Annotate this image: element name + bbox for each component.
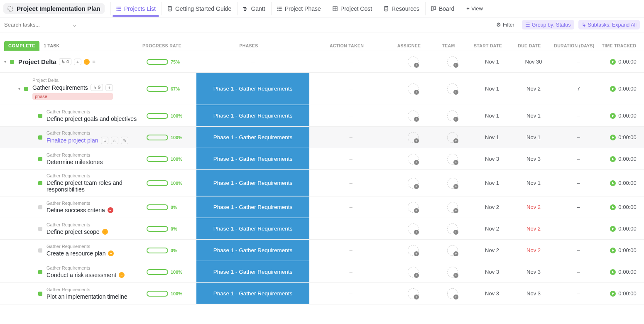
priority-icon[interactable]: – <box>84 59 90 65</box>
team-placeholder-icon[interactable] <box>447 132 458 143</box>
action-cell[interactable]: – <box>309 170 392 196</box>
assignee-cell[interactable] <box>392 218 434 239</box>
assignee-cell[interactable] <box>392 170 434 196</box>
phase-cell[interactable]: – <box>196 51 309 72</box>
time-cell[interactable]: 0:00:00 <box>602 127 644 148</box>
team-cell[interactable] <box>434 240 471 261</box>
team-cell[interactable] <box>434 196 471 218</box>
action-cell[interactable]: – <box>309 218 392 239</box>
due-date-cell[interactable]: Nov 2 <box>513 240 554 261</box>
assignee-cell[interactable] <box>392 283 434 304</box>
assignee-placeholder-icon[interactable] <box>408 83 419 94</box>
task-row[interactable]: Gather RequirementsDefine success criter… <box>0 196 644 218</box>
assignee-placeholder-icon[interactable] <box>408 178 419 189</box>
due-date-cell[interactable]: Nov 3 <box>513 148 554 169</box>
progress-cell[interactable]: 100% <box>147 283 196 304</box>
task-row[interactable]: Gather RequirementsPlot an implementatio… <box>0 283 644 304</box>
filter-button[interactable]: ⚙ Filter <box>493 20 518 29</box>
action-cell[interactable]: – <box>309 127 392 148</box>
phase-cell[interactable]: Phase 1 - Gather Requirements <box>196 170 309 196</box>
subtask-count[interactable]: ↳ 9 <box>91 84 103 91</box>
team-placeholder-icon[interactable] <box>447 56 458 67</box>
action-cell[interactable]: – <box>309 240 392 261</box>
breadcrumb[interactable]: Project Implementation Plan <box>3 3 105 14</box>
col-due[interactable]: DUE DATE <box>509 43 550 48</box>
assignee-cell[interactable] <box>392 240 434 261</box>
phase-cell[interactable]: Phase 1 - Gather Requirements <box>196 148 309 169</box>
tab-project-cost[interactable]: Project Cost <box>327 2 377 15</box>
team-placeholder-icon[interactable] <box>447 288 458 299</box>
task-row[interactable]: Gather RequirementsDefine project goals … <box>0 105 644 127</box>
phase-cell[interactable]: Phase 1 - Gather Requirements <box>196 105 309 126</box>
col-duration[interactable]: DURATION (DAYS) <box>550 43 598 48</box>
add-subtask-button[interactable]: + <box>74 59 81 65</box>
task-name[interactable]: Define project goals and objectives <box>47 115 137 122</box>
search-input[interactable] <box>4 22 54 28</box>
assignee-cell[interactable] <box>392 127 434 148</box>
team-placeholder-icon[interactable] <box>447 178 458 189</box>
due-date-cell[interactable]: Nov 30 <box>513 51 554 72</box>
subtask-count[interactable]: ↳ 4 <box>59 58 71 65</box>
progress-cell[interactable]: 0% <box>147 218 196 239</box>
status-square-icon[interactable] <box>38 157 42 161</box>
phase-cell[interactable]: Phase 1 - Gather Requirements <box>196 127 309 148</box>
progress-cell[interactable]: 100% <box>147 105 196 126</box>
action-cell[interactable]: – <box>309 261 392 282</box>
team-cell[interactable] <box>434 73 471 105</box>
task-name[interactable]: Define success criteria – <box>47 207 113 214</box>
subtask-icon[interactable]: ↳ <box>101 137 108 144</box>
start-date-cell[interactable]: Nov 3 <box>471 283 513 304</box>
assignee-cell[interactable] <box>392 73 434 105</box>
add-view-button[interactable]: + View <box>461 2 488 15</box>
play-icon[interactable] <box>610 248 616 253</box>
play-icon[interactable] <box>610 59 616 65</box>
action-cell[interactable]: – <box>309 105 392 126</box>
chevron-down-icon[interactable]: ⌄ <box>72 22 77 28</box>
task-row[interactable]: ▾Project Delta ↳ 4 + – ≡75%––Nov 1Nov 30… <box>0 51 644 73</box>
team-cell[interactable] <box>434 218 471 239</box>
duration-cell[interactable]: – <box>554 283 602 304</box>
col-start[interactable]: START DATE <box>467 43 509 48</box>
tag-icon[interactable]: ⌂ <box>111 137 118 144</box>
description-icon[interactable]: ≡ <box>92 59 95 65</box>
expand-caret-icon[interactable]: ▾ <box>18 86 22 91</box>
assignee-cell[interactable] <box>392 105 434 126</box>
duration-cell[interactable]: – <box>554 148 602 169</box>
progress-cell[interactable]: 0% <box>147 196 196 218</box>
duration-cell[interactable]: – <box>554 105 602 126</box>
status-square-icon[interactable] <box>38 248 42 253</box>
add-subtask-button[interactable]: + <box>105 84 113 91</box>
assignee-cell[interactable] <box>392 261 434 282</box>
due-date-cell[interactable]: Nov 2 <box>513 73 554 105</box>
due-date-cell[interactable]: Nov 3 <box>513 261 554 282</box>
assignee-cell[interactable] <box>392 196 434 218</box>
action-cell[interactable]: – <box>309 148 392 169</box>
task-name[interactable]: Define project scope – <box>47 228 108 235</box>
status-square-icon[interactable] <box>10 60 14 64</box>
time-cell[interactable]: 0:00:00 <box>602 218 644 239</box>
duration-cell[interactable]: – <box>554 127 602 148</box>
assignee-placeholder-icon[interactable] <box>408 267 419 277</box>
task-row[interactable]: Gather RequirementsConduct a risk assess… <box>0 261 644 283</box>
task-row[interactable]: ▾Project DeltaGather Requirements ↳ 9 +p… <box>0 73 644 105</box>
status-square-icon[interactable] <box>38 205 42 209</box>
start-date-cell[interactable]: Nov 1 <box>471 51 513 72</box>
progress-cell[interactable]: 100% <box>147 148 196 169</box>
assignee-placeholder-icon[interactable] <box>408 154 419 164</box>
progress-cell[interactable]: 100% <box>147 170 196 196</box>
duration-cell[interactable]: – <box>554 261 602 282</box>
status-badge[interactable]: COMPLETE <box>4 41 39 51</box>
start-date-cell[interactable]: Nov 2 <box>471 240 513 261</box>
progress-cell[interactable]: 100% <box>147 261 196 282</box>
tab-project-phase[interactable]: Project Phase <box>271 2 326 15</box>
play-icon[interactable] <box>610 226 616 232</box>
priority-icon[interactable]: – <box>108 250 114 256</box>
team-placeholder-icon[interactable] <box>447 245 458 256</box>
col-progress[interactable]: PROGRESS RATE <box>142 43 192 48</box>
due-date-cell[interactable]: Nov 1 <box>513 170 554 196</box>
status-square-icon[interactable] <box>38 227 42 231</box>
team-cell[interactable] <box>434 105 471 126</box>
due-date-cell[interactable]: Nov 1 <box>513 105 554 126</box>
phase-cell[interactable]: Phase 1 - Gather Requirements <box>196 218 309 239</box>
time-cell[interactable]: 0:00:00 <box>602 105 644 126</box>
